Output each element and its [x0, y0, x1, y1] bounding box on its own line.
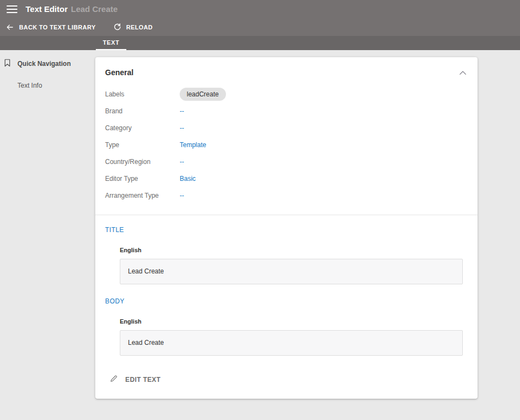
title-text-field: Lead Create: [120, 259, 463, 284]
field-label: Type: [105, 141, 180, 149]
field-label: Country/Region: [105, 158, 180, 166]
field-row-brand: Brand --: [105, 102, 468, 119]
chevron-up-icon: [459, 69, 467, 77]
page-title: Text Editor: [26, 4, 68, 14]
label-chip: leadCreate: [180, 88, 226, 101]
collapse-section-button[interactable]: [458, 68, 468, 78]
body-text-field: Lead Create: [120, 330, 463, 356]
title-section: TITLE English Lead Create: [95, 215, 478, 287]
main-area: General Labels leadCreate Brand --: [95, 50, 520, 399]
field-value: --: [180, 124, 184, 132]
page-subtitle: Lead Create: [71, 4, 118, 14]
field-row-editor-type: Editor Type Basic: [105, 170, 468, 187]
field-row-arrangement-type: Arrangement Type --: [105, 187, 468, 204]
general-section: General Labels leadCreate Brand --: [95, 57, 478, 210]
field-label: Brand: [105, 107, 180, 115]
app-header: Text Editor Lead Create: [0, 0, 520, 18]
field-label: Arrangement Type: [105, 192, 180, 199]
bookmark-icon: [3, 58, 12, 70]
quick-navigation-header: Quick Navigation: [0, 57, 95, 70]
sidebar-item-text-info[interactable]: Text Info: [17, 82, 95, 89]
tab-bar: TEXT: [0, 36, 520, 50]
edit-text-button[interactable]: EDIT TEXT: [109, 374, 161, 385]
field-row-category: Category --: [105, 119, 468, 136]
body-language-label: English: [120, 318, 468, 325]
general-fields: Labels leadCreate Brand -- Category -- T…: [105, 86, 468, 204]
general-section-header: General: [105, 65, 468, 80]
field-row-labels: Labels leadCreate: [105, 86, 468, 102]
field-value: --: [180, 192, 184, 199]
content-area: Quick Navigation Text Info General La: [0, 50, 520, 399]
general-section-title: General: [105, 68, 133, 77]
tab-text[interactable]: TEXT: [96, 36, 126, 50]
field-row-country-region: Country/Region --: [105, 153, 468, 170]
title-language-label: English: [120, 247, 468, 253]
quick-navigation-title: Quick Navigation: [17, 60, 71, 68]
editor-type-value-link[interactable]: Basic: [180, 175, 195, 182]
edit-text-label: EDIT TEXT: [125, 376, 161, 384]
quick-navigation-panel: Quick Navigation Text Info: [0, 50, 95, 89]
field-label: Editor Type: [105, 175, 180, 182]
edit-actions-row: EDIT TEXT: [95, 358, 478, 385]
body-section: BODY English Lead Create: [95, 287, 478, 358]
text-detail-card: General Labels leadCreate Brand --: [95, 57, 478, 399]
field-value: --: [180, 158, 184, 166]
menu-icon[interactable]: [7, 5, 17, 13]
reload-button[interactable]: RELOAD: [113, 23, 153, 31]
back-to-library-button[interactable]: BACK TO TEXT LIBRARY: [5, 23, 96, 31]
back-arrow-icon: [5, 23, 14, 31]
title-section-heading: TITLE: [105, 226, 468, 234]
type-value-link[interactable]: Template: [180, 141, 206, 149]
field-label: Category: [105, 124, 180, 132]
reload-icon: [113, 23, 121, 31]
reload-label: RELOAD: [126, 24, 153, 31]
body-section-heading: BODY: [105, 297, 468, 305]
pencil-icon: [109, 374, 118, 385]
field-value: --: [180, 107, 184, 115]
action-bar: BACK TO TEXT LIBRARY RELOAD: [0, 18, 520, 36]
back-to-library-label: BACK TO TEXT LIBRARY: [19, 24, 96, 31]
field-label: Labels: [105, 90, 180, 98]
field-row-type: Type Template: [105, 136, 468, 153]
